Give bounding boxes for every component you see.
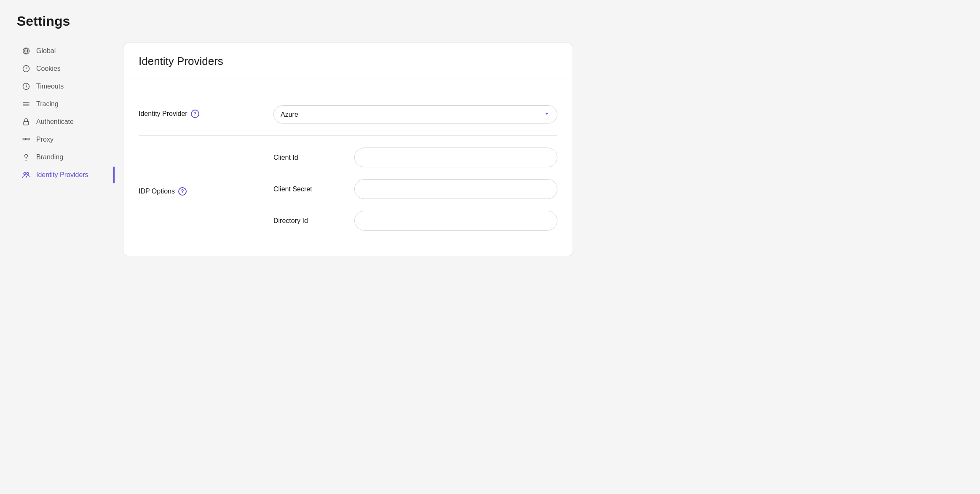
- proxy-icon: [22, 135, 30, 144]
- sidebar-item-timeouts[interactable]: Timeouts: [17, 78, 110, 95]
- identity-provider-field: Azure Okta Auth0 Google GitHub: [273, 105, 557, 124]
- sidebar-label-branding: Branding: [36, 153, 63, 161]
- sidebar-label-identity-providers: Identity Providers: [36, 171, 88, 179]
- branding-icon: [22, 153, 30, 161]
- idp-options-row: IDP Options ? Client Id Client S: [139, 148, 557, 231]
- client-id-row: Client Id: [273, 148, 557, 167]
- sidebar-item-identity-providers[interactable]: Identity Providers: [17, 166, 110, 183]
- sidebar-item-proxy[interactable]: Proxy: [17, 131, 110, 148]
- sidebar-item-global[interactable]: Global: [17, 43, 110, 59]
- section-title: Identity Providers: [139, 55, 557, 68]
- sidebar-item-cookies[interactable]: Cookies: [17, 60, 110, 77]
- tracing-icon: [22, 100, 30, 108]
- sidebar-label-tracing: Tracing: [36, 100, 59, 108]
- sidebar-item-branding[interactable]: Branding: [17, 149, 110, 166]
- main-content: Identity Providers Identity Provider ?: [123, 43, 573, 256]
- client-id-input[interactable]: [354, 148, 557, 167]
- sidebar-label-timeouts: Timeouts: [36, 83, 64, 90]
- idp-options-section: IDP Options ? Client Id Client S: [139, 136, 557, 242]
- identity-provider-label-area: Identity Provider ?: [139, 105, 257, 118]
- idp-options-label: IDP Options: [139, 188, 175, 195]
- identity-provider-select-wrapper: Azure Okta Auth0 Google GitHub: [273, 105, 557, 124]
- idp-options-help-icon[interactable]: ?: [178, 187, 187, 196]
- identity-provider-select[interactable]: Azure Okta Auth0 Google GitHub: [273, 105, 557, 124]
- client-secret-label: Client Secret: [273, 185, 341, 193]
- svg-rect-8: [27, 138, 29, 140]
- client-secret-input[interactable]: [354, 179, 557, 199]
- directory-id-input[interactable]: [354, 211, 557, 231]
- svg-point-10: [25, 154, 28, 157]
- clock-icon: [22, 82, 30, 91]
- directory-id-row: Directory Id: [273, 211, 557, 231]
- sidebar: Global Cookies Timeout: [17, 43, 110, 256]
- globe-icon: [22, 47, 30, 55]
- sidebar-item-tracing[interactable]: Tracing: [17, 96, 110, 113]
- cookies-icon: [22, 64, 30, 73]
- sidebar-label-proxy: Proxy: [36, 136, 54, 143]
- identity-provider-row: Identity Provider ? Azure Okta Auth0: [139, 105, 557, 124]
- idp-fields-container: Client Id Client Secret Directory Id: [273, 148, 557, 231]
- directory-id-label: Directory Id: [273, 217, 341, 225]
- sidebar-label-global: Global: [36, 47, 56, 55]
- lock-icon: [22, 118, 30, 126]
- client-secret-row: Client Secret: [273, 179, 557, 199]
- client-id-label: Client Id: [273, 154, 341, 161]
- identity-provider-help-icon[interactable]: ?: [191, 110, 199, 118]
- sidebar-label-authenticate: Authenticate: [36, 118, 74, 126]
- identity-icon: [22, 171, 30, 179]
- idp-options-label-area: IDP Options ?: [139, 148, 257, 231]
- identity-provider-section: Identity Provider ? Azure Okta Auth0: [139, 94, 557, 136]
- section-body: Identity Provider ? Azure Okta Auth0: [123, 80, 573, 256]
- svg-rect-7: [23, 138, 26, 140]
- sidebar-item-authenticate[interactable]: Authenticate: [17, 113, 110, 130]
- identity-provider-label: Identity Provider: [139, 110, 187, 118]
- page-title: Settings: [17, 13, 573, 29]
- svg-point-11: [24, 172, 26, 175]
- svg-point-12: [27, 172, 29, 175]
- section-header: Identity Providers: [123, 43, 573, 80]
- svg-rect-6: [24, 121, 29, 125]
- sidebar-label-cookies: Cookies: [36, 65, 61, 72]
